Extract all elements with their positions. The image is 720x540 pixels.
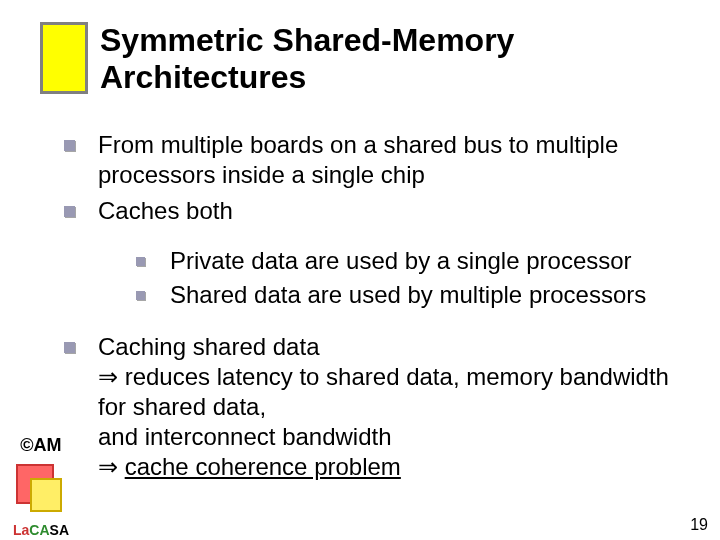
bullet-text: and interconnect bandwidth (98, 423, 392, 450)
bullet-level2: Shared data are used by multiple process… (50, 280, 680, 310)
bullet-text: Caches both (98, 197, 233, 224)
title-accent-box (40, 22, 88, 94)
double-arrow-icon: ⇒ (98, 363, 118, 390)
bullet-text-underlined: cache coherence problem (125, 453, 401, 480)
slide-title: Symmetric Shared-Memory Architectures (100, 22, 680, 96)
bullet-level1: From multiple boards on a shared bus to … (50, 130, 680, 190)
bullet-text: Caching shared data (98, 333, 319, 360)
title-block: Symmetric Shared-Memory Architectures (40, 22, 680, 96)
bullet-text: reduces latency to shared data, memory b… (98, 363, 669, 420)
slide: Symmetric Shared-Memory Architectures Fr… (0, 0, 720, 540)
bullet-level1: Caching shared data ⇒ reduces latency to… (50, 332, 680, 482)
bullet-level2: Private data are used by a single proces… (50, 246, 680, 276)
lacasa-ca: CA (29, 522, 49, 538)
lacasa-label: LaCASA (6, 522, 76, 538)
page-number: 19 (690, 516, 708, 534)
lacasa-logo (16, 464, 64, 518)
spacer (50, 314, 680, 332)
spacer (50, 232, 680, 246)
copyright-am: ©AM (6, 435, 76, 456)
logo-square-yellow (30, 478, 62, 512)
lacasa-sa: SA (50, 522, 69, 538)
bullet-text: Shared data are used by multiple process… (170, 281, 646, 308)
slide-body: From multiple boards on a shared bus to … (50, 130, 680, 488)
bullet-text: Private data are used by a single proces… (170, 247, 632, 274)
bullet-level1: Caches both (50, 196, 680, 226)
lacasa-la: La (13, 522, 29, 538)
double-arrow-icon: ⇒ (98, 453, 118, 480)
bullet-text: From multiple boards on a shared bus to … (98, 131, 618, 188)
